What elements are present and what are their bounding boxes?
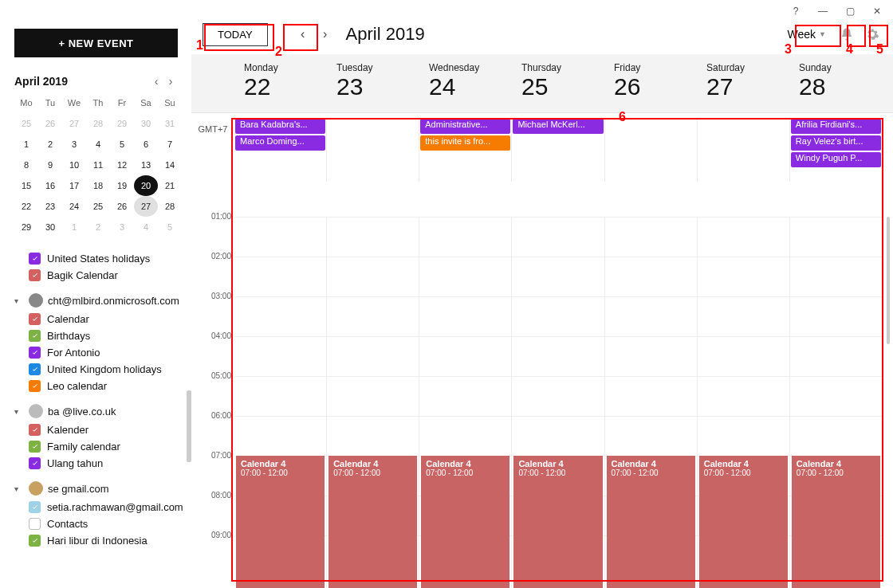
mini-day[interactable]: 11 (86, 155, 110, 175)
mini-day[interactable]: 8 (14, 155, 38, 175)
calendar-group-header[interactable]: ▾ba @live.co.uk (14, 401, 186, 421)
calendar-group-header[interactable]: ▾cht@mlbird.onmicrosoft.com (14, 290, 186, 311)
mini-day[interactable]: 6 (134, 134, 158, 155)
allday-event[interactable]: this invite is fro... (420, 135, 510, 151)
mini-day[interactable]: 26 (110, 196, 134, 217)
allday-event[interactable]: Administrative... (420, 119, 510, 134)
grid-scrollbar[interactable] (883, 217, 891, 588)
mini-day[interactable]: 1 (14, 134, 38, 155)
mini-day[interactable]: 23 (38, 196, 62, 217)
calendar-event[interactable]: Calendar 407:00 - 12:00 (328, 456, 417, 588)
mini-day[interactable]: 27 (134, 196, 158, 217)
day-header[interactable]: Wednesday24 (419, 54, 512, 112)
mini-day[interactable]: 2 (86, 217, 110, 237)
mini-day[interactable]: 3 (62, 134, 86, 155)
allday-event[interactable]: Ray Velez's birt... (791, 135, 881, 151)
hour-column[interactable]: Calendar 407:00 - 12:00 (604, 217, 697, 588)
mini-day[interactable]: 30 (134, 113, 158, 134)
calendar-item[interactable]: Family calendar (14, 438, 186, 455)
mini-prev-icon[interactable]: ‹ (149, 75, 163, 88)
mini-day[interactable]: 5 (110, 134, 134, 155)
day-header[interactable]: Friday26 (604, 54, 697, 112)
calendar-event[interactable]: Calendar 407:00 - 12:00 (236, 456, 325, 588)
settings-icon[interactable] (863, 25, 882, 44)
mini-day[interactable]: 16 (38, 175, 62, 196)
day-header[interactable]: Monday22 (234, 54, 327, 112)
mini-day[interactable]: 29 (110, 113, 134, 134)
calendar-checkbox[interactable] (29, 347, 41, 359)
mini-day[interactable]: 21 (158, 175, 182, 196)
calendar-item[interactable]: United Kingdom holidays (14, 361, 186, 378)
day-header[interactable]: Saturday27 (697, 54, 789, 112)
calendar-checkbox[interactable] (29, 457, 41, 469)
mini-day[interactable]: 25 (14, 113, 38, 134)
hour-column[interactable]: Calendar 407:00 - 12:00 (511, 217, 604, 588)
calendar-group-header[interactable]: ▾se gmail.com (14, 478, 186, 499)
allday-event[interactable]: Windy Puguh P... (791, 152, 881, 167)
mini-day[interactable]: 28 (86, 113, 110, 134)
new-event-button[interactable]: + NEW EVENT (14, 29, 178, 57)
mini-day[interactable]: 7 (158, 134, 182, 155)
calendar-item[interactable]: Leo calendar (14, 378, 186, 394)
calendar-checkbox[interactable] (29, 253, 41, 265)
mini-day[interactable]: 5 (158, 217, 182, 237)
allday-event[interactable]: Afrilia Firdiani's... (791, 119, 881, 134)
mini-day[interactable]: 17 (62, 175, 86, 196)
calendar-checkbox[interactable] (29, 424, 41, 436)
mini-day[interactable]: 26 (38, 113, 62, 134)
allday-column[interactable] (697, 118, 789, 182)
calendar-checkbox[interactable] (29, 313, 41, 325)
mini-day[interactable]: 30 (38, 217, 62, 237)
allday-column[interactable] (604, 118, 697, 182)
calendar-checkbox[interactable] (29, 269, 41, 281)
allday-event[interactable]: Bara Kadabra's... (235, 119, 325, 134)
mini-day[interactable]: 28 (158, 196, 182, 217)
calendar-item[interactable]: Calendar (14, 311, 186, 327)
calendar-checkbox[interactable] (29, 441, 41, 453)
mini-day[interactable]: 25 (86, 196, 110, 217)
calendar-item[interactable]: Hari libur di Indonesia (14, 532, 186, 549)
mini-day[interactable]: 3 (110, 217, 134, 237)
hour-column[interactable]: Calendar 407:00 - 12:00 (697, 217, 789, 588)
mini-day[interactable]: 15 (14, 175, 38, 196)
notifications-icon[interactable] (837, 25, 856, 44)
calendar-item[interactable]: United States holidays (14, 250, 186, 267)
calendar-checkbox[interactable] (29, 501, 41, 513)
mini-day[interactable]: 2 (38, 134, 62, 155)
mini-day[interactable]: 14 (158, 155, 182, 175)
allday-column[interactable]: Bara Kadabra's...Marco Doming... (234, 118, 326, 182)
calendar-item[interactable]: Ulang tahun (14, 455, 186, 472)
calendar-item[interactable]: For Antonio (14, 344, 186, 361)
mini-next-icon[interactable]: › (163, 75, 178, 88)
mini-day[interactable]: 18 (86, 175, 110, 196)
hour-column[interactable]: Calendar 407:00 - 12:00 (419, 217, 511, 588)
mini-day[interactable]: 10 (62, 155, 86, 175)
mini-day[interactable]: 9 (38, 155, 62, 175)
mini-day[interactable]: 20 (134, 175, 158, 196)
calendar-event[interactable]: Calendar 407:00 - 12:00 (792, 456, 880, 588)
calendar-checkbox[interactable] (29, 330, 41, 342)
calendar-item[interactable]: Kalender (14, 421, 186, 438)
mini-day[interactable]: 29 (14, 217, 38, 237)
mini-day[interactable]: 27 (62, 113, 86, 134)
view-selector[interactable]: Week ▼ (783, 25, 831, 44)
mini-day[interactable]: 4 (86, 134, 110, 155)
allday-column[interactable]: Afrilia Firdiani's...Ray Velez's birt...… (789, 118, 882, 182)
mini-day[interactable]: 1 (62, 217, 86, 237)
calendar-checkbox[interactable] (29, 363, 41, 375)
mini-day[interactable]: 24 (62, 196, 86, 217)
allday-column[interactable]: Michael McKerl... (511, 118, 604, 182)
calendar-item[interactable]: Contacts (14, 515, 186, 532)
day-header[interactable]: Thursday25 (512, 54, 604, 112)
prev-week-icon[interactable]: ‹ (295, 23, 311, 45)
calendar-item[interactable]: Bagik Calendar (14, 267, 186, 284)
hour-column[interactable]: Calendar 407:00 - 12:00 (789, 217, 882, 588)
allday-event[interactable]: Marco Doming... (235, 135, 325, 151)
mini-day[interactable]: 19 (110, 175, 134, 196)
hour-column[interactable]: Calendar 407:00 - 12:00 (234, 217, 326, 588)
mini-day[interactable]: 22 (14, 196, 38, 217)
today-button[interactable]: TODAY (203, 23, 268, 46)
allday-column[interactable]: Administrative...this invite is fro... (419, 118, 511, 182)
mini-day[interactable]: 4 (134, 217, 158, 237)
calendar-checkbox[interactable] (29, 380, 41, 392)
